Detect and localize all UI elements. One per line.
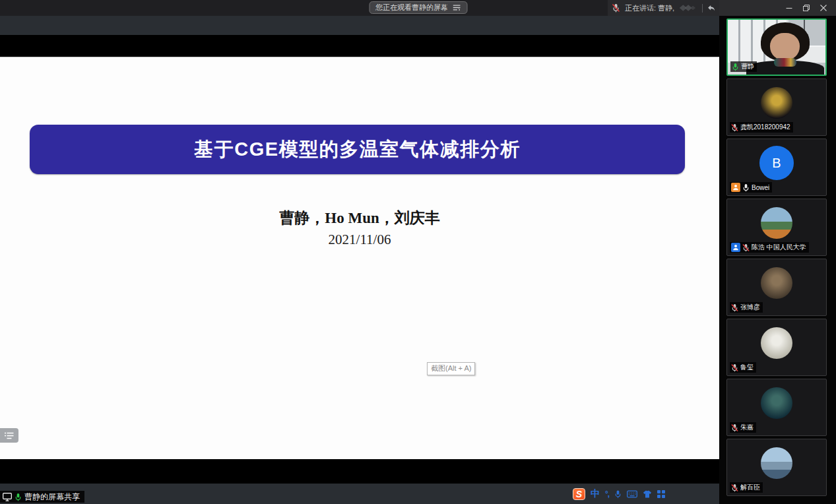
chinese-mode-toggle[interactable]: 中	[591, 488, 600, 500]
list-icon	[5, 432, 14, 439]
titlebar-separator	[702, 4, 703, 13]
speaking-indicator: 正在讲话: 曹静,	[608, 0, 719, 16]
presentation-slide: 基于CGE模型的多温室气体减排分析 曹静，Ho Mun，刘庆丰 2021/11/…	[0, 57, 719, 459]
avatar	[761, 447, 792, 479]
screen-share-label: 曹静的屏幕共享	[24, 491, 80, 503]
participant-name: 陈浩 中国人民大学	[752, 243, 806, 252]
sogou-ime-bar: S 中 °,	[573, 487, 665, 501]
participants-sidebar: 曹静 龚凯2018200942 B	[719, 16, 836, 504]
name-chip: 解百臣	[730, 482, 763, 493]
name-chip: 陈浩 中国人民大学	[730, 242, 809, 253]
name-chip: 曹静	[730, 61, 757, 72]
restore-icon[interactable]	[799, 1, 814, 15]
avatar	[761, 267, 792, 299]
meeting-window: 您正在观看曹静的屏幕 正在讲话: 曹静,	[0, 0, 836, 504]
participant-tile[interactable]: 陈浩 中国人民大学	[726, 199, 827, 256]
back-arrow-icon[interactable]	[707, 4, 715, 13]
soft-keyboard-icon[interactable]	[627, 490, 637, 498]
role-badge-icon	[731, 243, 740, 252]
avatar	[761, 387, 792, 419]
initial-avatar: B	[759, 146, 794, 180]
avatar	[761, 327, 792, 359]
participant-tile[interactable]: 鲁玺	[726, 319, 827, 376]
meeting-logo	[679, 3, 697, 13]
watching-screen-pill[interactable]: 您正在观看曹静的屏幕	[369, 1, 467, 14]
slide-bottom-letterbox	[0, 459, 719, 484]
participant-tile[interactable]: B Bowei	[726, 139, 827, 196]
punctuation-icon[interactable]: °,	[605, 489, 609, 499]
watching-screen-label: 您正在观看曹静的屏幕	[375, 3, 448, 13]
participant-name: 张博彦	[740, 303, 760, 312]
mic-icon	[742, 183, 750, 192]
mic-icon	[731, 123, 738, 132]
slide-title: 基于CGE模型的多温室气体减排分析	[194, 137, 520, 163]
speaking-label: 正在讲话: 曹静,	[625, 3, 674, 13]
share-bottom-strip: 曹静的屏幕共享 S 中 °,	[0, 484, 719, 504]
close-icon[interactable]	[816, 1, 831, 15]
screen-share-view: 基于CGE模型的多温室气体减排分析 曹静，Ho Mun，刘庆丰 2021/11/…	[0, 16, 719, 504]
mic-icon	[731, 484, 738, 492]
participant-name: 龚凯2018200942	[740, 123, 790, 132]
share-top-strip	[0, 16, 719, 35]
participant-tile[interactable]: 解百臣	[726, 439, 827, 496]
minimize-icon[interactable]	[782, 1, 796, 15]
skin-icon[interactable]	[643, 490, 652, 498]
window-controls	[719, 0, 836, 16]
name-chip: 张博彦	[730, 302, 763, 313]
screen-share-status: 曹静的屏幕共享	[0, 491, 84, 503]
name-chip: Bowei	[730, 182, 772, 193]
participant-name: 朱嘉	[740, 423, 754, 432]
participant-name: 鲁玺	[740, 363, 754, 372]
slide-date: 2021/11/06	[0, 232, 719, 248]
mic-icon	[731, 303, 738, 312]
avatar	[761, 87, 792, 119]
voice-input-icon[interactable]	[614, 489, 622, 499]
mic-icon	[731, 424, 738, 432]
wrap-menu-icon	[453, 5, 461, 11]
mic-icon	[731, 363, 738, 372]
slide-authors: 曹静，Ho Mun，刘庆丰	[0, 208, 719, 228]
role-badge-icon	[731, 183, 740, 192]
participant-name: 曹静	[741, 62, 754, 71]
avatar	[761, 207, 792, 239]
participant-tile[interactable]: 曹静	[726, 18, 827, 76]
slide-title-banner: 基于CGE模型的多温室气体减排分析	[30, 125, 685, 174]
avatar-initial: B	[772, 156, 781, 171]
titlebar: 您正在观看曹静的屏幕 正在讲话: 曹静,	[0, 0, 836, 16]
participant-tile[interactable]: 龚凯2018200942	[726, 79, 827, 136]
mic-icon	[732, 63, 739, 71]
sogou-logo[interactable]: S	[573, 488, 585, 500]
participant-name: 解百臣	[740, 483, 760, 492]
name-chip: 龚凯2018200942	[730, 122, 793, 133]
mic-muted-icon	[612, 3, 620, 13]
participant-name: Bowei	[752, 184, 769, 191]
participant-list: 曹静 龚凯2018200942 B	[726, 18, 827, 496]
toolbox-grid-icon[interactable]	[657, 490, 665, 498]
name-chip: 朱嘉	[730, 422, 756, 433]
name-chip: 鲁玺	[730, 362, 756, 373]
participant-tile[interactable]: 朱嘉	[726, 379, 827, 436]
thumbnail-panel-toggle[interactable]	[0, 428, 18, 443]
participant-tile[interactable]: 张博彦	[726, 259, 827, 316]
screen-share-icon	[3, 493, 12, 501]
screenshot-tooltip: 截图(Alt + A)	[427, 362, 475, 375]
mic-on-icon	[15, 493, 22, 501]
slide-top-letterbox	[0, 35, 719, 57]
mic-icon	[742, 243, 750, 252]
